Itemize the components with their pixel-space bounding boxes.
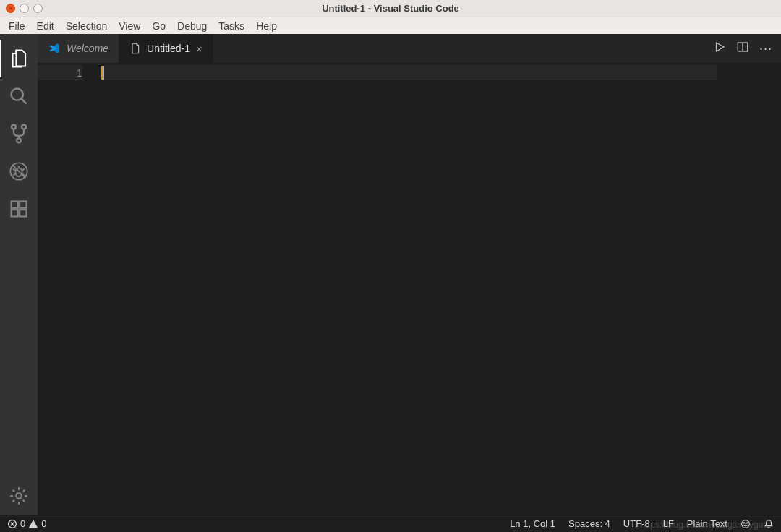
svg-point-3: [22, 125, 26, 129]
activity-explorer[interactable]: [0, 40, 38, 77]
window-title: Untitled-1 - Visual Studio Code: [322, 3, 459, 14]
activity-source-control[interactable]: [0, 115, 38, 153]
svg-line-9: [13, 169, 15, 171]
status-bar: 0 0 https://blog.csdn.net/bigtennyguo Ln…: [0, 515, 781, 532]
svg-point-25: [742, 520, 750, 528]
tab-close-button[interactable]: ×: [196, 43, 202, 55]
tab-welcome-label: Welcome: [67, 43, 108, 54]
active-line[interactable]: [103, 65, 717, 80]
play-icon: [713, 40, 726, 53]
activity-extensions[interactable]: [0, 190, 38, 228]
status-warnings[interactable]: 0: [28, 518, 46, 529]
files-icon: [9, 48, 30, 69]
run-button[interactable]: [713, 40, 726, 56]
menu-debug[interactable]: Debug: [171, 19, 213, 33]
line-gutter: 1: [38, 63, 103, 515]
svg-rect-17: [20, 202, 26, 208]
more-actions-button[interactable]: ···: [759, 41, 772, 56]
gear-icon: [9, 486, 29, 506]
status-errors[interactable]: 0: [7, 518, 25, 529]
bell-icon: [764, 519, 774, 529]
svg-point-27: [746, 522, 747, 523]
activity-search[interactable]: [0, 77, 38, 115]
svg-line-1: [22, 99, 27, 104]
svg-rect-15: [12, 210, 18, 216]
svg-point-2: [12, 125, 16, 129]
svg-marker-19: [716, 43, 724, 51]
svg-line-10: [22, 169, 25, 171]
split-editor-button[interactable]: [736, 40, 749, 56]
status-cursor-position[interactable]: Ln 1, Col 1: [510, 518, 555, 529]
file-icon: [129, 43, 141, 54]
svg-rect-16: [20, 210, 26, 216]
menu-view[interactable]: View: [113, 19, 146, 33]
editor-area: Welcome Untitled-1 ×: [38, 34, 781, 515]
os-titlebar: × Untitled-1 - Visual Studio Code: [0, 0, 781, 17]
svg-rect-14: [12, 202, 18, 208]
window-close-button[interactable]: ×: [6, 4, 15, 13]
status-warnings-count: 0: [41, 518, 46, 529]
status-encoding[interactable]: UTF-8: [623, 518, 650, 529]
tab-untitled-1[interactable]: Untitled-1 ×: [119, 34, 213, 63]
window-minimize-button[interactable]: [20, 4, 29, 13]
tab-untitled-label: Untitled-1: [147, 43, 190, 54]
menu-go[interactable]: Go: [146, 19, 171, 33]
vscode-icon: [48, 42, 61, 55]
code-viewport[interactable]: [103, 63, 781, 515]
extensions-icon: [9, 199, 29, 219]
status-errors-count: 0: [20, 518, 25, 529]
split-icon: [736, 40, 749, 53]
svg-point-4: [17, 138, 21, 142]
main-area: Welcome Untitled-1 ×: [0, 34, 781, 515]
line-number-1: 1: [38, 65, 82, 80]
svg-point-26: [743, 522, 744, 523]
editor-body[interactable]: 1: [38, 63, 781, 515]
menu-file[interactable]: File: [3, 19, 31, 33]
svg-point-0: [12, 89, 23, 100]
status-language-mode[interactable]: Plain Text: [687, 518, 727, 529]
menu-selection[interactable]: Selection: [60, 19, 114, 33]
menu-tasks[interactable]: Tasks: [213, 19, 250, 33]
app-window: × Untitled-1 - Visual Studio Code File E…: [0, 0, 781, 532]
svg-line-11: [13, 174, 15, 176]
search-icon: [9, 86, 29, 106]
menu-help[interactable]: Help: [250, 19, 283, 33]
tab-welcome[interactable]: Welcome: [38, 34, 119, 63]
error-icon: [7, 519, 17, 529]
status-feedback[interactable]: [741, 519, 751, 529]
editor-tab-actions: ···: [704, 34, 781, 63]
activity-debug[interactable]: [0, 153, 38, 190]
status-indentation[interactable]: Spaces: 4: [568, 518, 610, 529]
text-cursor: [103, 66, 104, 80]
status-eol[interactable]: LF: [663, 518, 674, 529]
svg-point-18: [16, 493, 21, 498]
menubar: File Edit Selection View Go Debug Tasks …: [0, 17, 781, 34]
no-bug-icon: [9, 161, 29, 181]
warning-icon: [28, 519, 38, 529]
smiley-icon: [741, 519, 751, 529]
window-maximize-button[interactable]: [33, 4, 43, 13]
git-branch-icon: [9, 124, 29, 144]
activity-bar: [0, 34, 38, 515]
tab-bar: Welcome Untitled-1 ×: [38, 34, 781, 63]
activity-settings[interactable]: [0, 477, 38, 515]
status-notifications[interactable]: [764, 519, 774, 529]
menu-edit[interactable]: Edit: [31, 19, 60, 33]
